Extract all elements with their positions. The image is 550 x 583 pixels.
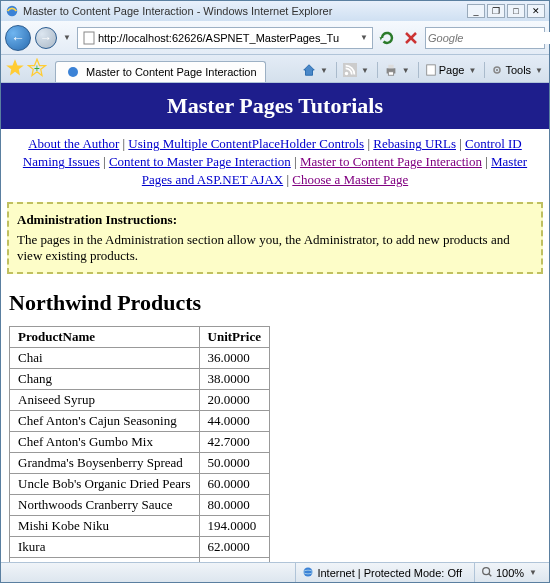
cell-product-name: Northwoods Cranberry Sauce (10, 494, 200, 515)
cell-unit-price: 60.0000 (199, 473, 269, 494)
cell-product-name: Queso Cabrales (10, 557, 200, 562)
nav-separator: | (119, 136, 128, 151)
window-controls: _ ❐ □ ✕ (467, 4, 545, 18)
history-dropdown-icon[interactable]: ▼ (61, 33, 73, 42)
nav-link[interactable]: Content to Master Page Interaction (109, 154, 291, 169)
cell-product-name: Chef Anton's Gumbo Mix (10, 431, 200, 452)
tab-page-icon (66, 65, 80, 79)
nav-links: About the Author | Using Multiple Conten… (1, 129, 549, 196)
column-header: ProductName (10, 326, 200, 347)
svg-point-17 (304, 567, 313, 576)
cell-product-name: Chef Anton's Cajun Seasoning (10, 410, 200, 431)
restore-button[interactable]: ❐ (487, 4, 505, 18)
status-bar: Internet | Protected Mode: Off 100% ▼ (1, 562, 549, 582)
feeds-button[interactable]: ▼ (343, 63, 371, 77)
cell-product-name: Uncle Bob's Organic Dried Pears (10, 473, 200, 494)
table-row: Aniseed Syrup20.0000 (10, 389, 270, 410)
zoom-icon (481, 566, 493, 580)
svg-rect-1 (84, 32, 94, 44)
url-input[interactable] (98, 32, 358, 44)
table-row: Uncle Bob's Organic Dried Pears60.0000 (10, 473, 270, 494)
page-icon (82, 31, 96, 45)
svg-text:+: + (34, 63, 40, 74)
cell-product-name: Chai (10, 347, 200, 368)
refresh-button[interactable] (377, 28, 397, 48)
svg-marker-6 (6, 59, 24, 75)
svg-rect-14 (426, 65, 435, 75)
cell-unit-price: 44.0000 (199, 410, 269, 431)
cell-unit-price: 42.0000 (199, 557, 269, 562)
admin-body: The pages in the Administration section … (17, 232, 533, 264)
cell-unit-price: 194.0000 (199, 515, 269, 536)
minimize-button[interactable]: _ (467, 4, 485, 18)
nav-separator: | (456, 136, 465, 151)
table-row: Mishi Kobe Niku194.0000 (10, 515, 270, 536)
nav-separator: | (482, 154, 491, 169)
cell-unit-price: 36.0000 (199, 347, 269, 368)
table-row: Chai36.0000 (10, 347, 270, 368)
page-banner: Master Pages Tutorials (1, 83, 549, 129)
nav-link[interactable]: Rebasing URLs (373, 136, 456, 151)
address-dropdown-icon[interactable]: ▼ (358, 33, 370, 42)
nav-link[interactable]: About the Author (28, 136, 119, 151)
nav-toolbar: ← → ▼ ▼ ▼ (1, 21, 549, 55)
svg-point-19 (483, 567, 490, 574)
nav-separator: | (100, 154, 109, 169)
nav-link[interactable]: Using Multiple ContentPlaceHolder Contro… (128, 136, 364, 151)
cell-unit-price: 20.0000 (199, 389, 269, 410)
nav-link[interactable]: Choose a Master Page (292, 172, 408, 187)
svg-point-16 (496, 69, 498, 71)
cell-unit-price: 42.7000 (199, 431, 269, 452)
zoom-control[interactable]: 100% ▼ (474, 563, 545, 582)
table-row: Queso Cabrales42.0000 (10, 557, 270, 562)
cell-product-name: Ikura (10, 536, 200, 557)
page-menu[interactable]: Page▼ (425, 64, 479, 76)
cell-unit-price: 38.0000 (199, 368, 269, 389)
print-button[interactable]: ▼ (384, 63, 412, 77)
table-row: Grandma's Boysenberry Spread50.0000 (10, 452, 270, 473)
banner-title: Master Pages Tutorials (167, 93, 383, 118)
internet-zone-icon (302, 566, 314, 580)
admin-instructions-box: Administration Instructions: The pages i… (7, 202, 543, 274)
nav-link[interactable]: Master to Content Page Interaction (300, 154, 482, 169)
tab-bar: + Master to Content Page Interaction ▼ ▼… (1, 55, 549, 83)
svg-line-20 (489, 573, 492, 576)
browser-window: Master to Content Page Interaction - Win… (0, 0, 550, 583)
nav-separator: | (364, 136, 373, 151)
cell-unit-price: 50.0000 (199, 452, 269, 473)
products-table: ProductNameUnitPrice Chai36.0000Chang38.… (9, 326, 270, 562)
favorites-star-icon[interactable] (5, 58, 25, 78)
search-input[interactable] (428, 32, 550, 44)
nav-separator: | (283, 172, 292, 187)
zoom-dropdown-icon[interactable]: ▼ (527, 568, 539, 577)
stop-button[interactable] (401, 28, 421, 48)
table-row: Chef Anton's Gumbo Mix42.7000 (10, 431, 270, 452)
command-bar: ▼ ▼ ▼ Page▼ Tools▼ (302, 62, 545, 82)
tools-menu[interactable]: Tools▼ (491, 64, 545, 76)
cell-product-name: Grandma's Boysenberry Spread (10, 452, 200, 473)
table-row: Chef Anton's Cajun Seasoning44.0000 (10, 410, 270, 431)
home-button[interactable]: ▼ (302, 63, 330, 77)
nav-separator: | (291, 154, 300, 169)
cell-unit-price: 80.0000 (199, 494, 269, 515)
status-zone: Internet | Protected Mode: Off (295, 563, 468, 582)
search-box[interactable]: ▼ (425, 27, 545, 49)
close-button[interactable]: ✕ (527, 4, 545, 18)
svg-rect-13 (388, 72, 393, 76)
maximize-button[interactable]: □ (507, 4, 525, 18)
address-bar[interactable]: ▼ (77, 27, 373, 49)
back-button[interactable]: ← (5, 25, 31, 51)
window-title: Master to Content Page Interaction - Win… (23, 5, 467, 17)
content-area: Master Pages Tutorials About the Author … (1, 83, 549, 562)
svg-point-9 (68, 67, 78, 77)
products-heading: Northwind Products (1, 280, 549, 322)
browser-tab[interactable]: Master to Content Page Interaction (55, 61, 266, 82)
cell-product-name: Chang (10, 368, 200, 389)
table-row: Ikura62.0000 (10, 536, 270, 557)
cell-unit-price: 62.0000 (199, 536, 269, 557)
forward-button[interactable]: → (35, 27, 57, 49)
table-row: Chang38.0000 (10, 368, 270, 389)
table-row: Northwoods Cranberry Sauce80.0000 (10, 494, 270, 515)
add-favorite-icon[interactable]: + (27, 58, 47, 78)
title-bar: Master to Content Page Interaction - Win… (1, 1, 549, 21)
